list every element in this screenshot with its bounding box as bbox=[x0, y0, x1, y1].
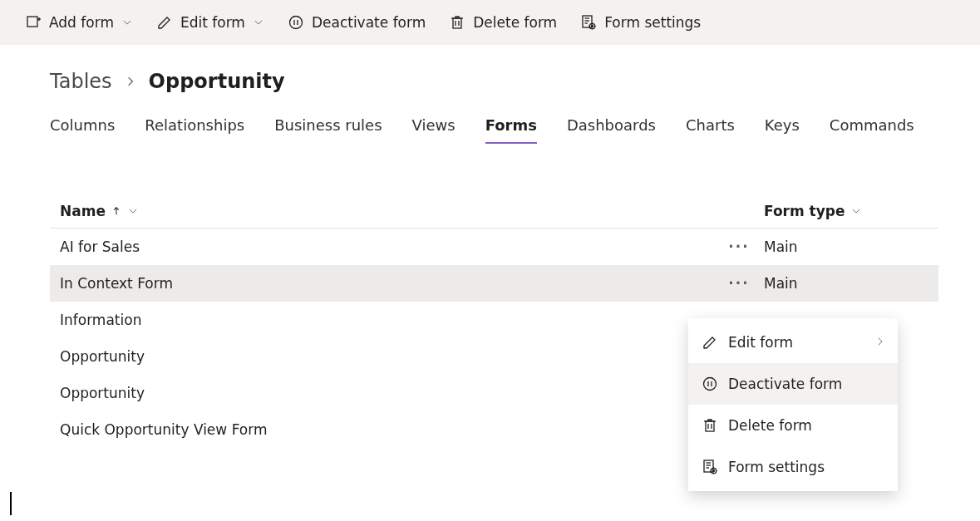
tab-columns[interactable]: Columns bbox=[50, 116, 115, 144]
tab-views[interactable]: Views bbox=[412, 116, 456, 144]
breadcrumb: Tables Opportunity bbox=[50, 70, 938, 116]
chevron-right-icon bbox=[124, 70, 137, 93]
form-settings-icon bbox=[580, 14, 597, 31]
tab-keys[interactable]: Keys bbox=[765, 116, 800, 144]
pause-circle-icon bbox=[702, 376, 718, 392]
table-row[interactable]: In Context Form···Main bbox=[50, 265, 938, 302]
delete-form-label: Delete form bbox=[473, 14, 557, 31]
chevron-down-icon bbox=[127, 205, 139, 217]
trash-icon bbox=[702, 417, 718, 434]
chevron-down-icon bbox=[253, 17, 264, 28]
add-form-button[interactable]: Add form bbox=[25, 14, 133, 31]
edit-icon bbox=[156, 14, 173, 31]
chevron-right-icon bbox=[874, 334, 886, 351]
edit-icon bbox=[702, 334, 718, 351]
context-delete-form[interactable]: Delete form bbox=[688, 405, 898, 446]
row-name: Opportunity bbox=[60, 348, 714, 365]
row-name: Quick Opportunity View Form bbox=[60, 421, 714, 438]
tab-commands[interactable]: Commands bbox=[830, 116, 914, 144]
context-deactivate-form[interactable]: Deactivate form bbox=[688, 363, 898, 405]
row-more-actions[interactable]: ··· bbox=[714, 238, 764, 255]
svg-point-21 bbox=[704, 378, 717, 391]
tab-business-rules[interactable]: Business rules bbox=[274, 116, 382, 144]
edit-form-label: Edit form bbox=[180, 14, 245, 31]
column-header-name[interactable]: Name bbox=[60, 203, 714, 219]
form-settings-button[interactable]: Form settings bbox=[580, 14, 701, 31]
form-settings-label: Form settings bbox=[604, 14, 701, 31]
deactivate-form-button[interactable]: Deactivate form bbox=[288, 14, 426, 31]
row-form-type: Main bbox=[764, 238, 930, 255]
context-edit-form-label: Edit form bbox=[728, 334, 793, 351]
chevron-down-icon bbox=[850, 205, 862, 217]
context-deactivate-form-label: Deactivate form bbox=[728, 376, 842, 392]
tab-dashboards[interactable]: Dashboards bbox=[567, 116, 656, 144]
command-bar: Add form Edit form Deactivate form Delet… bbox=[0, 0, 980, 45]
context-edit-form[interactable]: Edit form bbox=[688, 322, 898, 363]
entity-tabs: ColumnsRelationshipsBusiness rulesViewsF… bbox=[50, 116, 938, 145]
column-header-name-label: Name bbox=[60, 203, 106, 219]
row-more-actions[interactable]: ··· bbox=[714, 275, 764, 292]
add-form-icon bbox=[25, 14, 42, 31]
grid-header: Name Form type bbox=[50, 194, 938, 229]
table-row[interactable]: AI for Sales···Main bbox=[50, 229, 938, 265]
tab-relationships[interactable]: Relationships bbox=[145, 116, 244, 144]
row-context-menu: Edit form Deactivate form Delete form Fo… bbox=[688, 318, 898, 448]
deactivate-form-label: Deactivate form bbox=[312, 14, 426, 31]
svg-point-3 bbox=[289, 17, 302, 29]
svg-rect-6 bbox=[453, 18, 461, 28]
row-name: Opportunity bbox=[60, 385, 714, 401]
add-form-label: Add form bbox=[49, 14, 114, 31]
edit-form-button[interactable]: Edit form bbox=[156, 14, 264, 31]
svg-rect-0 bbox=[27, 17, 37, 27]
context-form-settings[interactable]: Form settings bbox=[688, 446, 898, 448]
svg-rect-10 bbox=[583, 16, 592, 27]
context-delete-form-label: Delete form bbox=[728, 417, 812, 434]
chevron-down-icon bbox=[121, 17, 133, 28]
tab-charts[interactable]: Charts bbox=[686, 116, 735, 144]
row-name: In Context Form bbox=[60, 275, 714, 292]
row-form-type: Main bbox=[764, 275, 930, 292]
sort-asc-icon bbox=[111, 205, 122, 217]
pause-circle-icon bbox=[288, 14, 304, 31]
row-name: AI for Sales bbox=[60, 238, 714, 255]
tab-forms[interactable]: Forms bbox=[485, 116, 537, 144]
delete-form-button[interactable]: Delete form bbox=[449, 14, 557, 31]
breadcrumb-root[interactable]: Tables bbox=[50, 70, 112, 93]
row-name: Information bbox=[60, 312, 714, 328]
column-header-form-type-label: Form type bbox=[764, 203, 845, 219]
breadcrumb-current: Opportunity bbox=[149, 70, 285, 93]
trash-icon bbox=[449, 14, 465, 31]
column-header-form-type[interactable]: Form type bbox=[764, 203, 930, 219]
svg-rect-24 bbox=[706, 421, 714, 431]
